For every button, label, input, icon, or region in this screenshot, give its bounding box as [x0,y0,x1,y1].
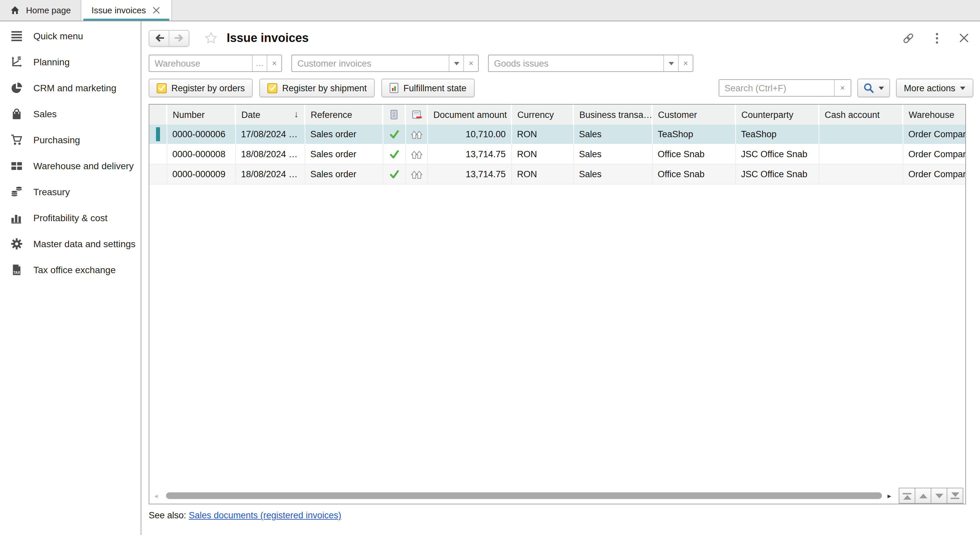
content-area: Issue invoices [142,21,980,535]
chevron-down-icon [668,62,674,68]
column-header-number[interactable]: Number [167,105,235,125]
column-header-shipped[interactable] [405,105,427,125]
column-header-reference[interactable]: Reference [305,105,383,125]
scrollbar-thumb[interactable] [166,492,882,499]
yellow-checkbox-icon [157,83,167,93]
sidebar-item-planning[interactable]: Planning [0,49,141,75]
back-button[interactable] [150,30,169,46]
sidebar-item-label: Sales [33,108,57,119]
kebab-menu-icon[interactable] [935,32,939,44]
column-header-cash-account[interactable]: Cash account [819,105,903,125]
column-header-date[interactable]: Date↓ [235,105,305,125]
goods-issues-clear-button[interactable]: × [678,55,693,71]
tab-bar: Home page Issue invoices [0,0,980,21]
search-cluster: × More actions [718,79,973,97]
sort-desc-icon: ↓ [294,109,299,119]
forward-button[interactable] [169,30,189,46]
pie-chart-icon [11,82,23,94]
page-title: Issue invoices [227,31,309,45]
history-nav-group [149,30,189,46]
table-header-row: Number Date↓ Reference [150,105,965,125]
goods-issues-filter-input[interactable] [488,55,663,71]
column-header-warehouse[interactable]: Warehouse [903,105,965,125]
warehouse-filter: … × [149,55,282,72]
register-by-shipment-button[interactable]: Register by shipment [260,79,375,97]
go-to-first-row-button[interactable] [899,488,915,504]
scroll-left-icon[interactable]: ◂ [151,492,161,499]
shipment-arrows-icon [410,170,422,179]
favorite-star-icon[interactable] [205,32,217,44]
column-header-counterparty[interactable]: Counterparty [735,105,819,125]
sidebar-item-purchasing[interactable]: Purchasing [0,127,141,152]
search-clear-button[interactable]: × [834,80,850,96]
tab-home-page[interactable]: Home page [0,0,81,21]
filter-row: … × × × [149,55,973,72]
svg-text:TAX: TAX [13,270,20,274]
scrollbar-track[interactable] [161,491,885,500]
sidebar: Quick menu Planning [0,21,142,535]
actions-row: Register by orders Register by shipment [149,79,973,97]
sidebar-item-warehouse-delivery[interactable]: Warehouse and delivery [0,152,141,179]
posted-check-icon [389,170,399,179]
button-label: Fulfillment state [403,83,466,93]
close-form-button[interactable] [959,33,969,43]
previous-row-button[interactable] [915,488,931,504]
register-by-orders-button[interactable]: Register by orders [149,79,253,97]
column-header-amount[interactable]: Document amount [427,105,511,125]
current-row-marker [156,127,160,141]
warehouse-filter-input[interactable] [150,55,252,71]
tab-issue-invoices[interactable]: Issue invoices [81,0,172,21]
column-header-posted[interactable] [383,105,405,125]
button-label: More actions [904,83,955,93]
tab-close-icon[interactable] [152,6,161,15]
column-header-customer[interactable]: Customer [652,105,735,125]
sidebar-item-master-data[interactable]: Master data and settings [0,230,141,257]
customer-invoices-dropdown-button[interactable] [449,55,463,71]
sidebar-item-crm[interactable]: CRM and marketing [0,75,141,101]
customer-invoices-clear-button[interactable]: × [463,55,478,71]
column-header-business[interactable]: Business transa… [573,105,652,125]
column-header-marker[interactable] [150,105,167,125]
warehouse-clear-button[interactable]: × [267,55,282,71]
scroll-right-icon[interactable]: ▸ [885,492,894,499]
sidebar-item-quick-menu[interactable]: Quick menu [0,23,141,49]
fulfillment-state-button[interactable]: Fulfillment state [381,79,474,97]
application-window: Home page Issue invoices Quick menu [0,0,980,535]
chevron-down-icon [960,87,965,93]
see-also-link[interactable]: Sales documents (registered invoices) [189,510,341,520]
customer-invoices-filter-input[interactable] [292,55,449,71]
search-button[interactable] [857,79,890,97]
more-actions-button[interactable]: More actions [896,79,973,97]
go-to-last-row-button[interactable] [947,488,963,504]
sidebar-item-tax-office[interactable]: TAX Tax office exchange [0,257,141,283]
posted-check-icon [389,130,399,138]
sidebar-item-profitability[interactable]: Profitability & cost [0,205,141,230]
home-icon [10,5,20,15]
goods-issues-dropdown-button[interactable] [663,55,678,71]
fulfillment-report-icon [389,83,399,93]
get-link-icon[interactable] [902,32,915,44]
document-red-mark-icon [411,109,422,120]
see-also-label: See also: [149,510,186,520]
title-row: Issue invoices [149,25,973,51]
sidebar-item-label: Master data and settings [33,238,136,249]
table-row[interactable]: 0000-000009 18/08/2024 … Sales order 13,… [150,164,965,184]
table-row[interactable]: 0000-000008 18/08/2024 … Sales order 13,… [150,144,965,164]
bar-chart-icon [11,211,23,224]
sidebar-item-label: Profitability & cost [33,212,108,223]
sidebar-item-label: CRM and marketing [33,82,116,93]
gear-icon [11,238,23,249]
next-row-button[interactable] [931,488,947,504]
coins-icon [11,186,23,198]
table-empty-area [150,184,965,488]
chevron-down-icon [453,62,459,68]
shopping-bag-icon [11,108,23,120]
search-input[interactable] [719,80,834,96]
sidebar-item-treasury[interactable]: Treasury [0,179,141,205]
warehouse-lookup-button[interactable]: … [252,55,267,71]
see-also-row: See also: Sales documents (registered in… [149,510,973,520]
table-row[interactable]: 0000-000006 17/08/2024 … Sales order 10,… [150,125,965,144]
sidebar-item-sales[interactable]: Sales [0,101,141,127]
sidebar-item-label: Treasury [33,186,70,197]
column-header-currency[interactable]: Currency [511,105,573,125]
